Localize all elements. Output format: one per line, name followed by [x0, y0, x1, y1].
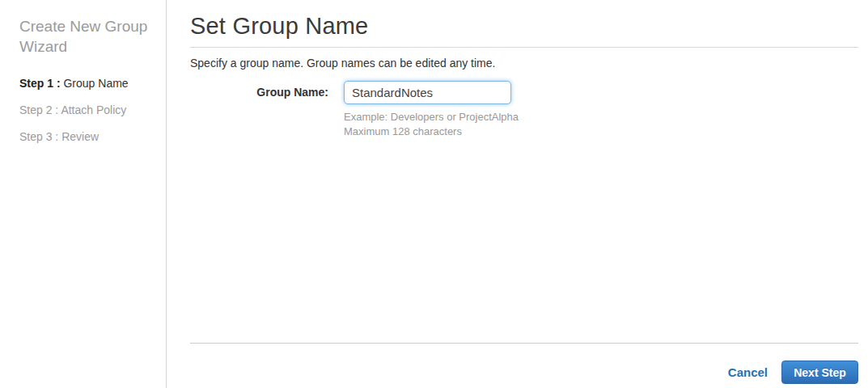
wizard-step-attach-policy: Step 2 : Attach Policy	[19, 104, 153, 116]
step-2-label: Attach Policy	[61, 103, 126, 116]
group-name-form-row: Group Name: Example: Developers or Proje…	[190, 81, 858, 139]
step-3-prefix: Step 3 :	[19, 130, 58, 143]
step-1-label: Group Name	[63, 77, 128, 90]
footer-divider	[190, 343, 858, 344]
group-name-field-column: Example: Developers or ProjectAlpha Maxi…	[344, 81, 519, 139]
step-3-label: Review	[61, 130, 99, 143]
group-name-label: Group Name:	[190, 81, 328, 104]
group-name-hint-max: Maximum 128 characters	[344, 124, 519, 139]
next-step-button[interactable]: Next Step	[781, 361, 858, 384]
step-1-prefix: Step 1 :	[19, 77, 61, 90]
wizard-title: Create New Group Wizard	[19, 16, 149, 57]
step-2-prefix: Step 2 :	[19, 103, 58, 116]
footer-actions: Cancel Next Step	[728, 361, 858, 384]
group-name-hint-example: Example: Developers or ProjectAlpha	[344, 110, 519, 124]
group-name-input[interactable]	[344, 81, 511, 104]
wizard-step-group-name: Step 1 : Group Name	[19, 78, 153, 89]
wizard-sidebar: Create New Group Wizard Step 1 : Group N…	[0, 0, 167, 388]
wizard-step-review: Step 3 : Review	[19, 131, 153, 142]
page-description: Specify a group name. Group names can be…	[190, 57, 858, 70]
page-title: Set Group Name	[190, 13, 858, 40]
title-divider	[190, 47, 858, 48]
cancel-button[interactable]: Cancel	[728, 365, 768, 379]
main-panel: Set Group Name Specify a group name. Gro…	[167, 0, 868, 388]
wizard-steps: Step 1 : Group Name Step 2 : Attach Poli…	[19, 78, 153, 142]
